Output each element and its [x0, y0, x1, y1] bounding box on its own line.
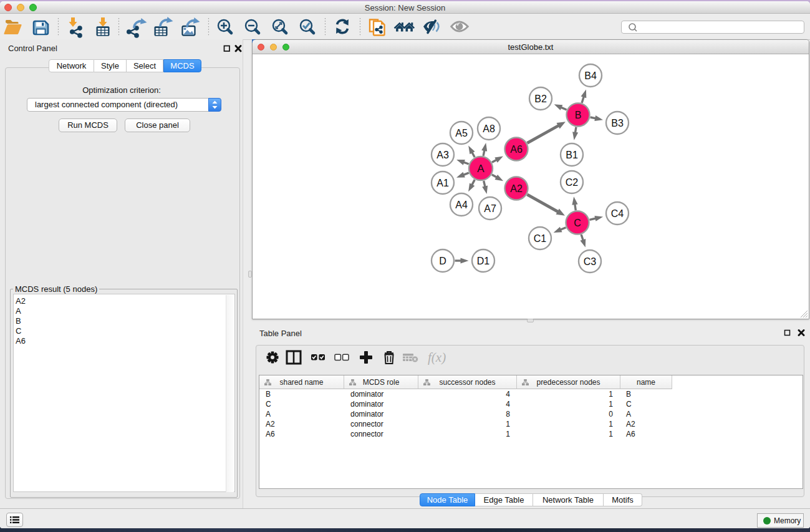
svg-text:D: D — [439, 256, 446, 266]
svg-text:A7: A7 — [484, 203, 496, 214]
svg-text:C2: C2 — [566, 177, 579, 188]
svg-text:A5: A5 — [455, 128, 468, 138]
svg-text:C: C — [574, 218, 581, 228]
svg-text:A1: A1 — [436, 178, 449, 188]
svg-text:B3: B3 — [611, 118, 624, 128]
svg-text:D1: D1 — [477, 256, 490, 266]
svg-text:A8: A8 — [483, 123, 495, 134]
svg-text:C1: C1 — [534, 233, 547, 244]
svg-text:C3: C3 — [584, 256, 597, 267]
svg-text:A6: A6 — [510, 144, 523, 155]
svg-text:B2: B2 — [534, 94, 547, 104]
svg-text:A: A — [477, 163, 485, 175]
svg-text:C4: C4 — [611, 208, 624, 219]
svg-text:f(x): f(x) — [428, 350, 446, 365]
svg-text:B4: B4 — [584, 70, 597, 81]
svg-text:B1: B1 — [566, 150, 578, 160]
svg-text:A3: A3 — [436, 150, 449, 160]
svg-text:A2: A2 — [510, 183, 523, 194]
svg-text:A4: A4 — [455, 200, 468, 210]
svg-text:B: B — [575, 110, 582, 120]
